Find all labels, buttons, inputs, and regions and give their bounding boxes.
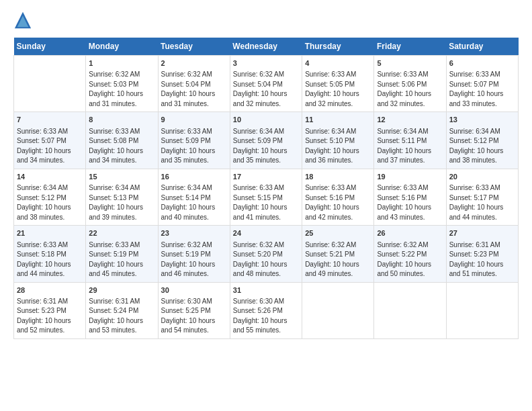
calendar-cell: 25Sunrise: 6:32 AM Sunset: 5:21 PM Dayli… [302,226,374,282]
calendar-cell: 15Sunrise: 6:34 AM Sunset: 5:13 PM Dayli… [86,169,158,225]
day-info: Sunrise: 6:33 AM Sunset: 5:16 PM Dayligh… [305,183,371,222]
day-info: Sunrise: 6:33 AM Sunset: 5:17 PM Dayligh… [449,183,515,222]
logo-icon [13,11,32,30]
day-number: 18 [305,172,371,182]
day-number: 27 [449,228,515,238]
calendar-cell: 9Sunrise: 6:33 AM Sunset: 5:09 PM Daylig… [158,112,230,169]
calendar-cell: 22Sunrise: 6:33 AM Sunset: 5:19 PM Dayli… [86,226,158,282]
calendar-cell: 4Sunrise: 6:33 AM Sunset: 5:05 PM Daylig… [302,56,374,112]
day-info: Sunrise: 6:34 AM Sunset: 5:13 PM Dayligh… [89,183,154,222]
day-info: Sunrise: 6:31 AM Sunset: 5:23 PM Dayligh… [17,297,83,336]
day-number: 7 [17,115,83,125]
day-info: Sunrise: 6:34 AM Sunset: 5:12 PM Dayligh… [17,183,83,222]
day-info: Sunrise: 6:33 AM Sunset: 5:05 PM Dayligh… [305,70,371,109]
calendar-cell: 31Sunrise: 6:30 AM Sunset: 5:26 PM Dayli… [230,282,302,338]
calendar-cell: 1Sunrise: 6:32 AM Sunset: 5:03 PM Daylig… [86,56,158,112]
calendar-cell: 28Sunrise: 6:31 AM Sunset: 5:23 PM Dayli… [14,282,86,338]
day-info: Sunrise: 6:34 AM Sunset: 5:14 PM Dayligh… [161,183,227,222]
header-row: SundayMondayTuesdayWednesdayThursdayFrid… [14,38,519,56]
calendar-cell: 12Sunrise: 6:34 AM Sunset: 5:11 PM Dayli… [374,112,446,169]
day-number: 23 [161,228,227,238]
day-number: 30 [161,285,227,295]
day-info: Sunrise: 6:33 AM Sunset: 5:09 PM Dayligh… [161,127,227,166]
day-info: Sunrise: 6:32 AM Sunset: 5:03 PM Dayligh… [89,70,154,109]
day-info: Sunrise: 6:33 AM Sunset: 5:07 PM Dayligh… [17,127,83,166]
day-info: Sunrise: 6:33 AM Sunset: 5:19 PM Dayligh… [89,240,154,279]
day-number: 19 [377,172,443,182]
day-info: Sunrise: 6:30 AM Sunset: 5:26 PM Dayligh… [233,297,299,336]
calendar-cell: 8Sunrise: 6:33 AM Sunset: 5:08 PM Daylig… [86,112,158,169]
day-info: Sunrise: 6:30 AM Sunset: 5:25 PM Dayligh… [161,297,227,336]
calendar-cell: 7Sunrise: 6:33 AM Sunset: 5:07 PM Daylig… [14,112,86,169]
day-number: 31 [233,285,299,295]
day-number: 11 [305,115,371,125]
day-number: 16 [161,172,227,182]
col-header-monday: Monday [86,38,158,56]
calendar-cell: 30Sunrise: 6:30 AM Sunset: 5:25 PM Dayli… [158,282,230,338]
calendar-cell [446,282,518,338]
day-info: Sunrise: 6:33 AM Sunset: 5:16 PM Dayligh… [377,183,443,222]
day-info: Sunrise: 6:34 AM Sunset: 5:11 PM Dayligh… [377,127,443,166]
calendar-cell: 27Sunrise: 6:31 AM Sunset: 5:23 PM Dayli… [446,226,518,282]
week-row-4: 21Sunrise: 6:33 AM Sunset: 5:18 PM Dayli… [14,226,519,282]
day-number: 12 [377,115,443,125]
day-info: Sunrise: 6:34 AM Sunset: 5:10 PM Dayligh… [305,127,371,166]
week-row-2: 7Sunrise: 6:33 AM Sunset: 5:07 PM Daylig… [14,112,519,169]
day-number: 4 [305,58,371,68]
day-number: 5 [377,58,443,68]
day-info: Sunrise: 6:32 AM Sunset: 5:04 PM Dayligh… [161,70,227,109]
week-row-1: 1Sunrise: 6:32 AM Sunset: 5:03 PM Daylig… [14,56,519,112]
calendar-cell: 16Sunrise: 6:34 AM Sunset: 5:14 PM Dayli… [158,169,230,225]
day-info: Sunrise: 6:33 AM Sunset: 5:06 PM Dayligh… [377,70,443,109]
day-number: 29 [89,285,154,295]
col-header-thursday: Thursday [302,38,374,56]
calendar-table: SundayMondayTuesdayWednesdayThursdayFrid… [13,38,519,339]
day-number: 13 [449,115,515,125]
day-number: 21 [17,228,83,238]
day-number: 1 [89,58,154,68]
page: SundayMondayTuesdayWednesdayThursdayFrid… [0,0,532,346]
day-info: Sunrise: 6:33 AM Sunset: 5:15 PM Dayligh… [233,183,299,222]
calendar-cell: 18Sunrise: 6:33 AM Sunset: 5:16 PM Dayli… [302,169,374,225]
day-info: Sunrise: 6:31 AM Sunset: 5:24 PM Dayligh… [89,297,154,336]
day-info: Sunrise: 6:34 AM Sunset: 5:09 PM Dayligh… [233,127,299,166]
day-info: Sunrise: 6:32 AM Sunset: 5:22 PM Dayligh… [377,240,443,279]
day-number: 6 [449,58,515,68]
calendar-cell: 5Sunrise: 6:33 AM Sunset: 5:06 PM Daylig… [374,56,446,112]
day-number: 24 [233,228,299,238]
header [13,12,519,31]
day-number: 25 [305,228,371,238]
day-number: 14 [17,172,83,182]
day-number: 20 [449,172,515,182]
calendar-cell: 13Sunrise: 6:34 AM Sunset: 5:12 PM Dayli… [446,112,518,169]
calendar-cell: 11Sunrise: 6:34 AM Sunset: 5:10 PM Dayli… [302,112,374,169]
day-info: Sunrise: 6:33 AM Sunset: 5:08 PM Dayligh… [89,127,154,166]
calendar-cell: 19Sunrise: 6:33 AM Sunset: 5:16 PM Dayli… [374,169,446,225]
week-row-3: 14Sunrise: 6:34 AM Sunset: 5:12 PM Dayli… [14,169,519,225]
col-header-wednesday: Wednesday [230,38,302,56]
day-info: Sunrise: 6:33 AM Sunset: 5:07 PM Dayligh… [449,70,515,109]
week-row-5: 28Sunrise: 6:31 AM Sunset: 5:23 PM Dayli… [14,282,519,338]
day-number: 26 [377,228,443,238]
calendar-cell: 26Sunrise: 6:32 AM Sunset: 5:22 PM Dayli… [374,226,446,282]
day-number: 10 [233,115,299,125]
calendar-cell [302,282,374,338]
calendar-cell: 21Sunrise: 6:33 AM Sunset: 5:18 PM Dayli… [14,226,86,282]
calendar-cell: 14Sunrise: 6:34 AM Sunset: 5:12 PM Dayli… [14,169,86,225]
day-info: Sunrise: 6:32 AM Sunset: 5:19 PM Dayligh… [161,240,227,279]
day-info: Sunrise: 6:33 AM Sunset: 5:18 PM Dayligh… [17,240,83,279]
day-info: Sunrise: 6:32 AM Sunset: 5:21 PM Dayligh… [305,240,371,279]
calendar-cell [374,282,446,338]
calendar-cell: 24Sunrise: 6:32 AM Sunset: 5:20 PM Dayli… [230,226,302,282]
day-number: 28 [17,285,83,295]
logo [13,12,34,31]
calendar-cell: 29Sunrise: 6:31 AM Sunset: 5:24 PM Dayli… [86,282,158,338]
calendar-cell: 3Sunrise: 6:32 AM Sunset: 5:04 PM Daylig… [230,56,302,112]
calendar-cell: 2Sunrise: 6:32 AM Sunset: 5:04 PM Daylig… [158,56,230,112]
col-header-tuesday: Tuesday [158,38,230,56]
day-number: 15 [89,172,154,182]
day-number: 2 [161,58,227,68]
col-header-saturday: Saturday [446,38,518,56]
day-info: Sunrise: 6:31 AM Sunset: 5:23 PM Dayligh… [449,240,515,279]
calendar-cell: 17Sunrise: 6:33 AM Sunset: 5:15 PM Dayli… [230,169,302,225]
